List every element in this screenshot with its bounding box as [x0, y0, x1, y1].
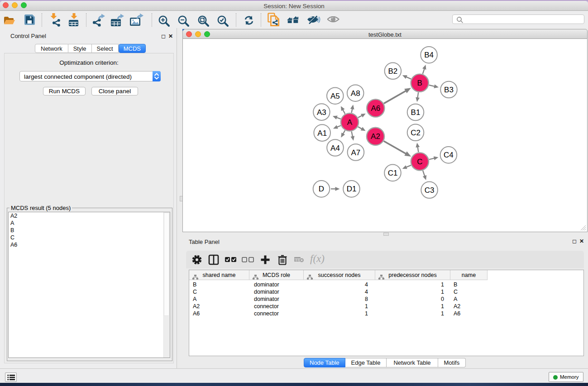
svg-text:B4: B4	[424, 51, 434, 59]
svg-text:A1: A1	[317, 129, 327, 138]
svg-text:A: A	[347, 118, 353, 127]
svg-text:A8: A8	[351, 89, 360, 98]
svg-text:A6: A6	[371, 104, 380, 113]
svg-text:C: C	[417, 157, 422, 166]
svg-text:A3: A3	[317, 108, 326, 117]
svg-text:B: B	[417, 79, 422, 87]
svg-text:B1: B1	[411, 108, 421, 117]
svg-text:D: D	[319, 185, 324, 193]
svg-text:A5: A5	[330, 92, 340, 100]
svg-text:C4: C4	[444, 151, 454, 159]
svg-text:A2: A2	[371, 132, 380, 141]
svg-text:A4: A4	[330, 144, 340, 152]
svg-text:C2: C2	[411, 129, 421, 137]
svg-text:D1: D1	[347, 185, 357, 193]
svg-text:C3: C3	[425, 186, 435, 195]
svg-text:B2: B2	[388, 67, 398, 76]
svg-text:C1: C1	[388, 169, 398, 177]
svg-text:B3: B3	[444, 86, 454, 94]
svg-text:A7: A7	[351, 148, 361, 157]
